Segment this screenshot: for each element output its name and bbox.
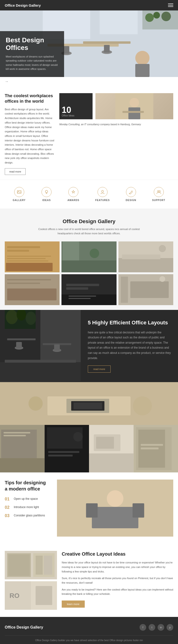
footer-bottom: Office Design Gallery builder you we hav…	[5, 639, 173, 642]
svg-rect-35	[6, 263, 53, 271]
design-icon	[126, 187, 136, 197]
twitter-icon[interactable]: t	[149, 624, 155, 631]
tip-2-number: 02	[5, 505, 11, 510]
arrow-bar: →	[0, 77, 178, 86]
hero-text-overlay: Best Design Offices Meet workplaces of d…	[0, 31, 64, 77]
gallery-icon	[14, 187, 24, 197]
svg-rect-14	[135, 64, 150, 77]
gallery-item-2[interactable]	[61, 242, 116, 272]
icon-design[interactable]: DESIGN	[126, 187, 136, 202]
photo-row-1	[0, 425, 45, 472]
creative-left: RO	[5, 551, 57, 610]
features-icon	[98, 187, 108, 197]
icon-ideas[interactable]: IDEAS	[41, 187, 51, 202]
svg-rect-32	[7, 256, 51, 257]
photo-row-4	[134, 425, 178, 472]
footer-title: Office Design Gallery	[5, 625, 43, 630]
svg-rect-104	[133, 503, 144, 518]
gallery-grid	[5, 242, 173, 305]
gallery-item-4[interactable]	[5, 274, 60, 305]
svg-rect-66	[7, 338, 36, 340]
svg-point-26	[129, 193, 130, 194]
consulting-label: Office Ideas	[62, 114, 90, 117]
gallery-item-3[interactable]	[118, 242, 173, 272]
tips-right-image	[57, 480, 173, 536]
efficient-right: 5 Highly Efficient Office Layouts here a…	[81, 310, 178, 382]
icons-row: GALLERY IDEAS AWARDS FEATURES	[0, 180, 178, 209]
gallery-section: Office Design Gallery Coolest offices s …	[0, 209, 178, 310]
creative-title: Creative Office Layout Ideas	[62, 551, 173, 557]
svg-point-27	[157, 190, 159, 192]
svg-rect-48	[7, 288, 56, 300]
icon-gallery[interactable]: GALLERY	[13, 187, 26, 202]
svg-rect-57	[130, 281, 169, 298]
tip-1-number: 01	[5, 497, 11, 502]
efficient-image	[0, 310, 81, 382]
footer-top: Office Design Gallery f t in p	[5, 624, 173, 631]
awards-label: AWARDS	[67, 199, 79, 202]
svg-rect-71	[54, 344, 60, 350]
photo-row-2	[45, 425, 89, 472]
features-label: FEATURES	[95, 199, 110, 202]
svg-rect-88	[48, 451, 79, 453]
office-bottom-image	[0, 382, 178, 425]
consulting-number: 10	[62, 106, 90, 114]
design-label: DESIGN	[126, 199, 136, 202]
svg-rect-69	[16, 342, 22, 348]
efficient-read-more[interactable]: read more	[88, 366, 111, 372]
hero-section: Best Design Offices Meet workplaces of d…	[0, 10, 178, 77]
instagram-icon[interactable]: in	[158, 624, 164, 631]
svg-rect-47	[7, 282, 40, 284]
consulting-box: 10 Office Ideas	[59, 93, 93, 119]
icon-support[interactable]: SUPPORT	[152, 187, 165, 202]
gallery-title: Office Design Gallery	[5, 218, 173, 224]
svg-rect-72	[0, 362, 81, 381]
person-image	[95, 93, 173, 119]
svg-rect-89	[48, 454, 73, 456]
hero-subtitle: Meet workplaces of dreams sun splashed s…	[6, 55, 58, 71]
read-more-button[interactable]: read more	[5, 168, 26, 175]
svg-rect-43	[123, 251, 151, 254]
gallery-item-5[interactable]	[61, 274, 116, 305]
tips-section: Tips for designing a modern office 01 Op…	[0, 472, 178, 544]
footer-divider	[5, 636, 173, 636]
svg-point-79	[28, 396, 43, 411]
tip-1-text: Open up the space	[14, 497, 38, 501]
svg-rect-83	[3, 432, 30, 434]
svg-rect-4	[83, 41, 131, 44]
facebook-icon[interactable]: f	[140, 624, 146, 631]
svg-rect-107	[8, 554, 30, 576]
coolest-section: The coolest workplaces offices in the wo…	[0, 86, 178, 180]
svg-text:RO: RO	[9, 592, 19, 599]
creative-img-bottom: RO	[5, 581, 57, 610]
ideas-icon	[41, 187, 51, 197]
tip-3: 03 Consider glass partitions	[5, 513, 52, 518]
coolest-heading: The coolest workplaces offices in the wo…	[5, 93, 55, 104]
svg-rect-46	[7, 279, 51, 280]
svg-point-90	[73, 432, 83, 442]
gallery-item-1[interactable]	[5, 242, 60, 272]
svg-point-80	[133, 396, 152, 416]
svg-rect-34	[7, 260, 48, 262]
svg-rect-42	[122, 254, 161, 259]
learn-more-button[interactable]: learn more	[62, 600, 85, 608]
svg-rect-102	[92, 507, 138, 528]
svg-point-13	[135, 51, 150, 65]
hamburger-menu[interactable]	[168, 4, 173, 7]
photo-row-3	[89, 425, 134, 472]
svg-rect-78	[74, 402, 102, 409]
icon-awards[interactable]: AWARDS	[67, 187, 79, 202]
coolest-left: The coolest workplaces offices in the wo…	[5, 93, 55, 175]
tip-3-text: Consider glass partitions	[14, 513, 45, 518]
svg-point-65	[26, 312, 36, 325]
gallery-subtitle: Coolest offices s new cool of in world b…	[32, 227, 146, 236]
creative-para1: New ideas for your office layout do not …	[62, 560, 173, 574]
pinterest-icon[interactable]: p	[167, 624, 173, 631]
gallery-item-6[interactable]	[118, 274, 173, 305]
svg-rect-30	[7, 246, 40, 248]
svg-rect-31	[7, 250, 29, 252]
coolest-right: 10 Office Ideas Monday Consulting, an IT…	[59, 93, 173, 126]
svg-point-24	[102, 190, 103, 192]
creative-img-top	[5, 551, 57, 579]
icon-features[interactable]: FEATURES	[95, 187, 110, 202]
